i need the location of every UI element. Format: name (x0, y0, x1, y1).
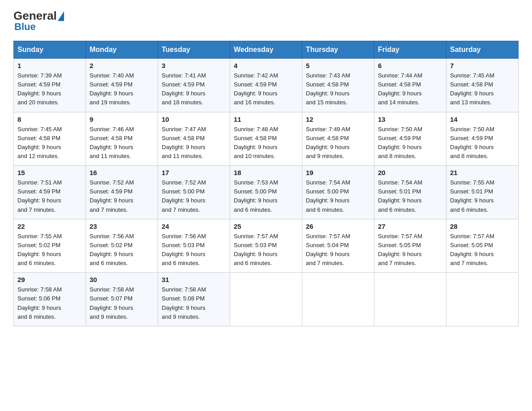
day-number: 3 (162, 62, 226, 69)
calendar-cell: 9Sunrise: 7:46 AMSunset: 4:58 PMDaylight… (86, 112, 158, 166)
day-sun-info: Sunrise: 7:57 AMSunset: 5:05 PMDaylight:… (450, 232, 515, 268)
day-number: 20 (378, 169, 442, 176)
day-sun-info: Sunrise: 7:44 AMSunset: 4:58 PMDaylight:… (378, 71, 442, 107)
calendar-week-row: 15Sunrise: 7:51 AMSunset: 4:59 PMDayligh… (14, 166, 519, 219)
calendar-cell (302, 273, 374, 326)
day-number: 6 (378, 62, 442, 69)
calendar-cell: 2Sunrise: 7:40 AMSunset: 4:59 PMDaylight… (86, 59, 158, 112)
day-sun-info: Sunrise: 7:58 AMSunset: 5:08 PMDaylight:… (162, 285, 226, 321)
day-number: 11 (234, 116, 298, 123)
day-number: 1 (17, 62, 82, 69)
calendar-cell: 11Sunrise: 7:48 AMSunset: 4:58 PMDayligh… (230, 112, 302, 166)
weekday-header-saturday: Saturday (446, 41, 519, 59)
weekday-header-sunday: Sunday (14, 41, 86, 59)
day-sun-info: Sunrise: 7:53 AMSunset: 5:00 PMDaylight:… (234, 178, 298, 214)
day-number: 5 (306, 62, 370, 69)
day-number: 9 (90, 116, 154, 123)
day-number: 10 (162, 116, 226, 123)
day-number: 7 (450, 62, 515, 69)
weekday-header-monday: Monday (86, 41, 158, 59)
calendar-cell: 26Sunrise: 7:57 AMSunset: 5:04 PMDayligh… (302, 219, 374, 273)
calendar-cell: 13Sunrise: 7:50 AMSunset: 4:59 PMDayligh… (374, 112, 446, 166)
logo-triangle-icon (58, 11, 64, 21)
day-sun-info: Sunrise: 7:54 AMSunset: 5:01 PMDaylight:… (378, 178, 442, 214)
calendar-cell: 23Sunrise: 7:56 AMSunset: 5:02 PMDayligh… (86, 219, 158, 273)
day-number: 15 (17, 169, 82, 176)
calendar-week-row: 22Sunrise: 7:55 AMSunset: 5:02 PMDayligh… (14, 219, 519, 273)
day-number: 2 (90, 62, 154, 69)
day-sun-info: Sunrise: 7:41 AMSunset: 4:59 PMDaylight:… (162, 71, 226, 107)
day-number: 8 (17, 116, 82, 123)
calendar-cell: 4Sunrise: 7:42 AMSunset: 4:59 PMDaylight… (230, 59, 302, 112)
day-sun-info: Sunrise: 7:57 AMSunset: 5:05 PMDaylight:… (378, 232, 442, 268)
calendar-cell: 31Sunrise: 7:58 AMSunset: 5:08 PMDayligh… (158, 273, 230, 326)
day-sun-info: Sunrise: 7:51 AMSunset: 4:59 PMDaylight:… (17, 178, 82, 214)
calendar-cell: 20Sunrise: 7:54 AMSunset: 5:01 PMDayligh… (374, 166, 446, 219)
calendar-cell: 3Sunrise: 7:41 AMSunset: 4:59 PMDaylight… (158, 59, 230, 112)
calendar-cell: 6Sunrise: 7:44 AMSunset: 4:58 PMDaylight… (374, 59, 446, 112)
calendar-week-row: 8Sunrise: 7:45 AMSunset: 4:58 PMDaylight… (14, 112, 519, 166)
day-number: 26 (306, 223, 370, 230)
calendar-cell: 8Sunrise: 7:45 AMSunset: 4:58 PMDaylight… (14, 112, 86, 166)
day-sun-info: Sunrise: 7:45 AMSunset: 4:58 PMDaylight:… (450, 71, 515, 107)
day-number: 31 (162, 276, 226, 283)
calendar-cell: 30Sunrise: 7:58 AMSunset: 5:07 PMDayligh… (86, 273, 158, 326)
day-sun-info: Sunrise: 7:46 AMSunset: 4:58 PMDaylight:… (90, 125, 154, 161)
day-sun-info: Sunrise: 7:58 AMSunset: 5:06 PMDaylight:… (17, 285, 82, 321)
weekday-header-tuesday: Tuesday (158, 41, 230, 59)
day-sun-info: Sunrise: 7:40 AMSunset: 4:59 PMDaylight:… (90, 71, 154, 107)
day-number: 22 (17, 223, 82, 230)
calendar-cell: 28Sunrise: 7:57 AMSunset: 5:05 PMDayligh… (446, 219, 519, 273)
logo: General Blue (13, 9, 65, 33)
calendar-cell: 27Sunrise: 7:57 AMSunset: 5:05 PMDayligh… (374, 219, 446, 273)
day-sun-info: Sunrise: 7:58 AMSunset: 5:07 PMDaylight:… (90, 285, 154, 321)
calendar-cell: 24Sunrise: 7:56 AMSunset: 5:03 PMDayligh… (158, 219, 230, 273)
calendar-cell: 1Sunrise: 7:39 AMSunset: 4:59 PMDaylight… (14, 59, 86, 112)
day-sun-info: Sunrise: 7:55 AMSunset: 5:01 PMDaylight:… (450, 178, 515, 214)
calendar-cell (446, 273, 519, 326)
day-sun-info: Sunrise: 7:57 AMSunset: 5:03 PMDaylight:… (234, 232, 298, 268)
day-number: 23 (90, 223, 154, 230)
day-sun-info: Sunrise: 7:39 AMSunset: 4:59 PMDaylight:… (17, 71, 82, 107)
day-number: 17 (162, 169, 226, 176)
weekday-header-friday: Friday (374, 41, 446, 59)
day-sun-info: Sunrise: 7:49 AMSunset: 4:58 PMDaylight:… (306, 125, 370, 161)
calendar-cell: 25Sunrise: 7:57 AMSunset: 5:03 PMDayligh… (230, 219, 302, 273)
calendar-cell: 17Sunrise: 7:52 AMSunset: 5:00 PMDayligh… (158, 166, 230, 219)
day-number: 14 (450, 116, 515, 123)
weekday-header-thursday: Thursday (302, 41, 374, 59)
day-number: 18 (234, 169, 298, 176)
calendar-cell: 12Sunrise: 7:49 AMSunset: 4:58 PMDayligh… (302, 112, 374, 166)
day-sun-info: Sunrise: 7:43 AMSunset: 4:58 PMDaylight:… (306, 71, 370, 107)
day-sun-info: Sunrise: 7:52 AMSunset: 4:59 PMDaylight:… (90, 178, 154, 214)
calendar-week-row: 1Sunrise: 7:39 AMSunset: 4:59 PMDaylight… (14, 59, 519, 112)
day-number: 30 (90, 276, 154, 283)
day-sun-info: Sunrise: 7:45 AMSunset: 4:58 PMDaylight:… (17, 125, 82, 161)
page-header: General Blue (13, 9, 519, 33)
day-number: 19 (306, 169, 370, 176)
day-number: 29 (17, 276, 82, 283)
day-number: 27 (378, 223, 442, 230)
day-sun-info: Sunrise: 7:42 AMSunset: 4:59 PMDaylight:… (234, 71, 298, 107)
calendar-cell: 10Sunrise: 7:47 AMSunset: 4:58 PMDayligh… (158, 112, 230, 166)
calendar-cell: 21Sunrise: 7:55 AMSunset: 5:01 PMDayligh… (446, 166, 519, 219)
day-number: 25 (234, 223, 298, 230)
calendar-cell: 7Sunrise: 7:45 AMSunset: 4:58 PMDaylight… (446, 59, 519, 112)
weekday-header-wednesday: Wednesday (230, 41, 302, 59)
calendar-cell: 19Sunrise: 7:54 AMSunset: 5:00 PMDayligh… (302, 166, 374, 219)
day-sun-info: Sunrise: 7:50 AMSunset: 4:59 PMDaylight:… (450, 125, 515, 161)
day-number: 21 (450, 169, 515, 176)
day-number: 4 (234, 62, 298, 69)
day-number: 12 (306, 116, 370, 123)
calendar-week-row: 29Sunrise: 7:58 AMSunset: 5:06 PMDayligh… (14, 273, 519, 326)
day-sun-info: Sunrise: 7:48 AMSunset: 4:58 PMDaylight:… (234, 125, 298, 161)
logo-blue-text: Blue (14, 21, 36, 33)
day-sun-info: Sunrise: 7:55 AMSunset: 5:02 PMDaylight:… (17, 232, 82, 268)
day-number: 13 (378, 116, 442, 123)
calendar-cell: 15Sunrise: 7:51 AMSunset: 4:59 PMDayligh… (14, 166, 86, 219)
day-number: 28 (450, 223, 515, 230)
day-sun-info: Sunrise: 7:47 AMSunset: 4:58 PMDaylight:… (162, 125, 226, 161)
calendar-cell: 29Sunrise: 7:58 AMSunset: 5:06 PMDayligh… (14, 273, 86, 326)
day-sun-info: Sunrise: 7:56 AMSunset: 5:03 PMDaylight:… (162, 232, 226, 268)
calendar-table: SundayMondayTuesdayWednesdayThursdayFrid… (13, 41, 519, 326)
